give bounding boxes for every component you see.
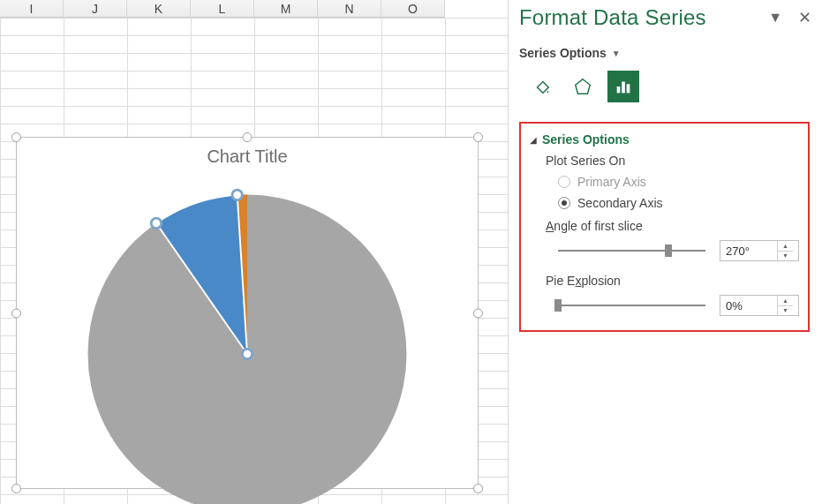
col-header[interactable]: M xyxy=(254,0,318,18)
pane-header: Format Data Series ▼ ✕ xyxy=(519,5,811,30)
radio-icon xyxy=(558,176,570,188)
col-header[interactable]: N xyxy=(318,0,381,18)
angle-spin[interactable]: ▲ ▼ xyxy=(720,240,799,261)
tab-series-options[interactable] xyxy=(607,71,639,102)
col-header[interactable]: O xyxy=(381,0,445,18)
resize-handle[interactable] xyxy=(11,132,21,142)
spin-down-icon[interactable]: ▼ xyxy=(778,252,793,261)
svg-point-2 xyxy=(232,190,242,199)
chevron-down-icon: ▼ xyxy=(612,49,621,58)
highlighted-options-region: ◢ Series Options Plot Series On Primary … xyxy=(519,122,810,332)
pie-explosion-label: Pie Explosion xyxy=(546,274,799,288)
pane-title: Format Data Series xyxy=(519,5,706,30)
pie-chart[interactable] xyxy=(79,186,415,504)
section-title: Series Options xyxy=(542,132,630,147)
svg-rect-7 xyxy=(627,84,630,93)
svg-point-3 xyxy=(151,218,161,228)
angle-first-slice-label: Angle of first slice xyxy=(546,219,799,233)
spin-up-icon[interactable]: ▲ xyxy=(778,241,793,252)
resize-handle[interactable] xyxy=(473,308,483,318)
column-headers: I J K L M N O xyxy=(0,0,508,19)
angle-input[interactable] xyxy=(720,241,777,260)
radio-label: Primary Axis xyxy=(577,175,646,189)
angle-slider[interactable] xyxy=(558,250,705,252)
format-data-series-pane: Format Data Series ▼ ✕ Series Options ▼ … xyxy=(509,0,822,504)
resize-handle[interactable] xyxy=(11,308,21,318)
spreadsheet-area: I J K L M N O Chart Title xyxy=(0,0,509,504)
col-header[interactable]: I xyxy=(0,0,64,18)
tab-effects[interactable] xyxy=(567,71,599,102)
chart-title[interactable]: Chart Title xyxy=(17,147,478,167)
plot-series-on-label: Plot Series On xyxy=(546,154,799,168)
svg-rect-5 xyxy=(617,87,621,93)
explosion-slider[interactable] xyxy=(558,305,705,306)
section-header-series-options[interactable]: ◢ Series Options xyxy=(530,132,799,147)
col-header[interactable]: K xyxy=(127,0,191,18)
explosion-spin[interactable]: ▲ ▼ xyxy=(720,295,799,316)
svg-point-1 xyxy=(242,349,252,358)
resize-handle[interactable] xyxy=(11,484,21,493)
pane-subtitle-label: Series Options xyxy=(519,46,607,60)
radio-icon xyxy=(558,197,570,209)
resize-handle[interactable] xyxy=(473,132,483,142)
pane-subtitle[interactable]: Series Options ▼ xyxy=(519,46,811,60)
close-icon[interactable]: ✕ xyxy=(798,8,811,27)
spin-down-icon[interactable]: ▼ xyxy=(778,306,793,316)
tab-fill[interactable] xyxy=(526,71,558,102)
resize-handle[interactable] xyxy=(473,484,483,493)
col-header[interactable]: L xyxy=(191,0,254,18)
svg-marker-4 xyxy=(576,79,591,94)
pane-tab-strip xyxy=(519,71,811,102)
explosion-input[interactable] xyxy=(720,296,777,315)
slider-thumb[interactable] xyxy=(665,244,672,257)
radio-primary-axis: Primary Axis xyxy=(546,175,799,189)
spin-up-icon[interactable]: ▲ xyxy=(778,296,793,306)
chart-object[interactable]: Chart Title xyxy=(16,137,479,489)
radio-label: Secondary Axis xyxy=(577,196,663,210)
resize-handle[interactable] xyxy=(243,132,253,142)
radio-secondary-axis[interactable]: Secondary Axis xyxy=(546,196,799,210)
svg-rect-6 xyxy=(622,82,625,94)
pane-options-dropdown-icon[interactable]: ▼ xyxy=(768,10,782,26)
col-header[interactable]: J xyxy=(64,0,127,18)
slider-thumb[interactable] xyxy=(554,299,562,312)
collapse-arrow-icon: ◢ xyxy=(530,135,537,145)
